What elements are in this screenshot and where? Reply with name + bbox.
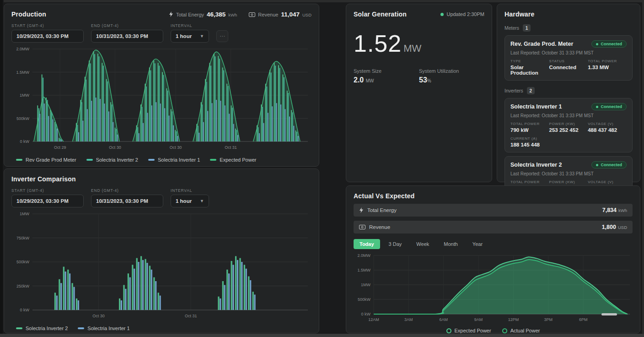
end-date-input[interactable] <box>91 195 163 207</box>
interval-label: INTERVAL <box>171 23 209 28</box>
status-pill: Connected <box>591 103 627 110</box>
field-total-power: TOTAL POWER 1.33 MW <box>588 59 627 76</box>
meter-name: Rev. Grade Prod. Meter <box>510 41 573 47</box>
revenue-value: 11,047 <box>281 11 300 18</box>
inverter-name: Solectria Inverter 2 <box>510 162 562 168</box>
start-date-input[interactable] <box>11 195 84 207</box>
system-utilization: System Utilization 53% <box>419 68 484 84</box>
svg-text:0 kW: 0 kW <box>20 139 29 144</box>
start-date-label: START (GMT-4) <box>11 188 84 193</box>
tab-3-day[interactable]: 3 Day <box>383 239 408 249</box>
start-date-input[interactable] <box>11 30 84 43</box>
legend-rev-grade-prod-meter[interactable]: Rev Grade Prod Meter <box>16 157 76 163</box>
banknote-icon <box>359 225 365 229</box>
svg-text:1.5MW: 1.5MW <box>16 70 29 75</box>
actual-vs-expected-title: Actual Vs Expected <box>354 192 633 200</box>
end-date-input[interactable] <box>91 30 163 43</box>
inverter-comparison-chart: 1MW750kW500kW250kW0 kWOct 30Oct 31 <box>11 211 312 321</box>
total-energy-label: Total Energy <box>367 207 397 213</box>
system-utilization-label: System Utilization <box>419 68 484 74</box>
chevron-down-icon: ▼ <box>200 34 204 38</box>
connected-dot-icon <box>596 164 598 166</box>
connected-dot-icon <box>596 43 598 45</box>
meter-card: Rev. Grade Prod. Meter Connected Last Re… <box>504 35 633 81</box>
window-right-edge[interactable] <box>642 2 644 337</box>
status-dot-icon <box>440 13 444 16</box>
field-total-power: TOTAL POWER 790 kW <box>510 122 549 133</box>
system-size: System Size 2.0 MW <box>354 68 419 84</box>
window-top-edge <box>4 0 644 2</box>
interval-select[interactable]: 1 hour ▼ <box>171 195 209 207</box>
svg-text:500kW: 500kW <box>16 116 30 121</box>
svg-text:500kW: 500kW <box>16 260 30 264</box>
svg-text:2.0MW: 2.0MW <box>16 47 29 51</box>
start-date-label: START (GMT-4) <box>11 23 84 28</box>
ave-legend: Expected Power Actual Power <box>354 328 633 333</box>
status-text: Connected <box>601 104 622 109</box>
current-power-value: 1.52 <box>354 30 402 57</box>
legend-expected-power[interactable]: Expected Power <box>210 157 256 163</box>
svg-text:1.5MW: 1.5MW <box>357 268 370 272</box>
total-energy-value: 46,385 <box>207 11 225 18</box>
interval-value: 1 hour <box>176 33 192 39</box>
meters-count-badge: 1 <box>523 24 531 32</box>
field-status: STATUS Connected <box>549 59 588 76</box>
legend-label: Solectria Inverter 2 <box>96 157 138 163</box>
svg-text:Oct 30: Oct 30 <box>170 145 182 150</box>
tab-today[interactable]: Today <box>354 239 380 249</box>
connected-dot-icon <box>596 106 598 108</box>
tab-week[interactable]: Week <box>410 239 435 249</box>
lightning-icon <box>169 11 173 17</box>
legend-label: Expected Power <box>220 157 256 163</box>
tab-year[interactable]: Year <box>467 239 488 249</box>
ellipsis-icon: ⋯ <box>220 33 225 39</box>
window-left-edge <box>0 0 3 337</box>
inverter-card-1: Solectria Inverter 1 Connected Last Repo… <box>504 98 633 152</box>
legend-swatch <box>210 159 216 161</box>
production-title: Production <box>11 11 46 18</box>
end-date-label: END (GMT-4) <box>91 23 163 28</box>
legend-expected-power[interactable]: Expected Power <box>446 328 491 333</box>
legend-swatch <box>16 327 22 329</box>
legend-swatch <box>86 159 93 161</box>
options-button[interactable]: ⋯ <box>216 30 228 42</box>
production-total-energy: Total Energy 46,385 kWh <box>169 11 237 18</box>
revenue-unit: USD <box>618 225 627 230</box>
svg-text:12PM: 12PM <box>508 317 519 322</box>
svg-text:1MW: 1MW <box>361 283 371 287</box>
field-voltage: VOLTAGE (V) 488 437 482 <box>588 122 627 133</box>
current-power-unit: MW <box>403 43 421 54</box>
production-panel: Production Total Energy 46,385 kWh Reven… <box>4 4 319 167</box>
svg-text:3AM: 3AM <box>404 317 413 322</box>
legend-solectria-inverter-2[interactable]: Solectria Inverter 2 <box>16 326 68 331</box>
chevron-down-icon: ▼ <box>200 199 204 203</box>
svg-text:2.0MW: 2.0MW <box>357 253 370 258</box>
field-power-kw: POWER (KW) 253 252 452 <box>549 122 588 133</box>
last-reported: Last Reported: October 31 3:33 PM MST <box>510 113 627 118</box>
dashboard-page: Production Total Energy 46,385 kWh Reven… <box>0 0 644 337</box>
banknote-icon <box>249 12 255 17</box>
legend-solectria-inverter-1[interactable]: Solectria Inverter 1 <box>78 326 129 331</box>
production-legend: Rev Grade Prod Meter Solectria Inverter … <box>11 157 311 163</box>
solar-generation-panel: Solar Generation Updated 2:30PM 1.52 MW … <box>346 4 492 182</box>
total-energy-value: 7,834 <box>602 207 617 213</box>
legend-solectria-inverter-1[interactable]: Solectria Inverter 1 <box>148 157 200 163</box>
legend-solectria-inverter-2[interactable]: Solectria Inverter 2 <box>86 157 138 163</box>
legend-swatch <box>78 327 84 329</box>
tab-month[interactable]: Month <box>438 239 464 249</box>
solar-generation-title: Solar Generation <box>354 11 407 18</box>
status-text: Connected <box>601 163 622 167</box>
inverter-comparison-panel: Inverter Comparison START (GMT-4) END (G… <box>4 168 319 333</box>
current-power: 1.52 MW <box>354 30 484 57</box>
revenue-value: 1,800 <box>602 224 616 230</box>
legend-actual-power[interactable]: Actual Power <box>502 328 540 333</box>
end-date-label: END (GMT-4) <box>91 188 163 193</box>
svg-text:9AM: 9AM <box>474 317 483 322</box>
svg-text:Oct 31: Oct 31 <box>185 314 197 318</box>
inverter-comparison-title: Inverter Comparison <box>11 175 311 183</box>
inverters-label: Inverters <box>504 88 523 93</box>
legend-label: Solectria Inverter 1 <box>158 157 200 163</box>
interval-select[interactable]: 1 hour ▼ <box>171 30 209 43</box>
svg-text:250kW: 250kW <box>16 284 30 288</box>
svg-text:750kW: 750kW <box>16 236 30 240</box>
